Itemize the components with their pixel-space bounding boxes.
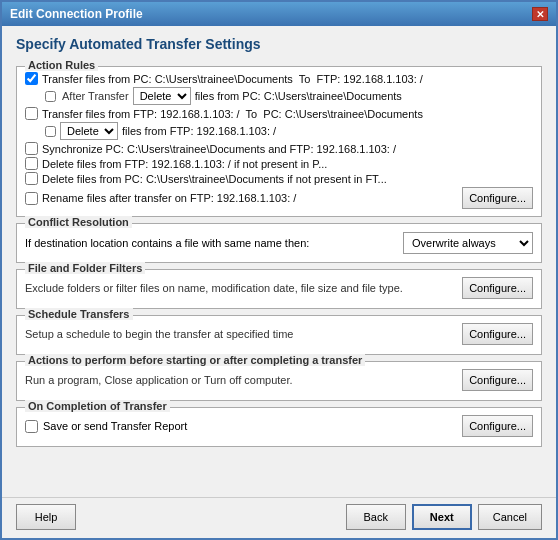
rule1-after-checkbox[interactable]: [45, 91, 56, 102]
schedule-transfers-desc: Setup a schedule to begin the transfer a…: [25, 325, 293, 343]
window: Edit Connection Profile ✕ Specify Automa…: [0, 0, 558, 540]
title-bar: Edit Connection Profile ✕: [2, 2, 556, 26]
actions-before-after-row: Run a program, Close application or Turn…: [25, 366, 533, 394]
rule-row-6: Rename files after transfer on FTP: 192.…: [25, 186, 533, 210]
footer-right: Back Next Cancel: [346, 504, 542, 530]
back-button[interactable]: Back: [346, 504, 406, 530]
rule3-checkbox[interactable]: [25, 142, 38, 155]
on-completion-configure-button[interactable]: Configure...: [462, 415, 533, 437]
actions-before-after-desc: Run a program, Close application or Turn…: [25, 371, 293, 389]
help-button[interactable]: Help: [16, 504, 76, 530]
next-button[interactable]: Next: [412, 504, 472, 530]
on-completion-label: On Completion of Transfer: [25, 400, 170, 412]
conflict-row: If destination location contains a file …: [25, 228, 533, 256]
rule6-configure-button[interactable]: Configure...: [462, 187, 533, 209]
conflict-text: If destination location contains a file …: [25, 237, 395, 249]
rule-row-5: Delete files from PC: C:\Users\trainee\D…: [25, 171, 533, 186]
rule1-after-dropdown[interactable]: Delete: [133, 87, 191, 105]
footer: Help Back Next Cancel: [2, 497, 556, 538]
file-folder-filters-row: Exclude folders or filter files on name,…: [25, 274, 533, 302]
on-completion-section: On Completion of Transfer Save or send T…: [16, 407, 542, 447]
rule-row-3: Synchronize PC: C:\Users\trainee\Documen…: [25, 141, 533, 156]
schedule-transfers-row: Setup a schedule to begin the transfer a…: [25, 320, 533, 348]
conflict-resolution-section: Conflict Resolution If destination locat…: [16, 223, 542, 263]
rule2-after-text: files from FTP: 192.168.1.103: /: [122, 125, 533, 137]
rule4-checkbox[interactable]: [25, 157, 38, 170]
rule2-after-row: Delete files from FTP: 192.168.1.103: /: [25, 121, 533, 141]
action-rules-section: Action Rules Transfer files from PC: C:\…: [16, 66, 542, 217]
actions-before-after-section: Actions to perform before starting or af…: [16, 361, 542, 401]
on-completion-checkbox[interactable]: [25, 420, 38, 433]
conflict-dropdown[interactable]: Overwrite always Skip Ask Rename: [403, 232, 533, 254]
footer-left: Help: [16, 504, 76, 530]
rule2-checkbox[interactable]: [25, 107, 38, 120]
actions-before-after-label: Actions to perform before starting or af…: [25, 354, 365, 366]
on-completion-checkbox-label: Save or send Transfer Report: [43, 420, 187, 432]
rule1-after-row: After Transfer Delete files from PC: C:\…: [25, 86, 533, 106]
content-area: Specify Automated Transfer Settings Acti…: [2, 26, 556, 497]
file-folder-filters-desc: Exclude folders or filter files on name,…: [25, 279, 403, 297]
file-folder-configure-button[interactable]: Configure...: [462, 277, 533, 299]
window-title: Edit Connection Profile: [10, 7, 143, 21]
rule2-text: Transfer files from FTP: 192.168.1.103: …: [42, 108, 533, 120]
page-title: Specify Automated Transfer Settings: [16, 36, 542, 52]
rule5-text: Delete files from PC: C:\Users\trainee\D…: [42, 173, 533, 185]
cancel-button[interactable]: Cancel: [478, 504, 542, 530]
on-completion-row: Save or send Transfer Report Configure..…: [25, 412, 533, 440]
rule-row-4: Delete files from FTP: 192.168.1.103: / …: [25, 156, 533, 171]
conflict-resolution-label: Conflict Resolution: [25, 216, 132, 228]
rule-row-1: Transfer files from PC: C:\Users\trainee…: [25, 71, 533, 86]
rule6-text: Rename files after transfer on FTP: 192.…: [42, 192, 458, 204]
actions-configure-button[interactable]: Configure...: [462, 369, 533, 391]
rule1-checkbox[interactable]: [25, 72, 38, 85]
file-folder-filters-label: File and Folder Filters: [25, 262, 145, 274]
on-completion-checkbox-row: Save or send Transfer Report: [25, 417, 187, 436]
rule2-after-checkbox[interactable]: [45, 126, 56, 137]
schedule-configure-button[interactable]: Configure...: [462, 323, 533, 345]
rule3-text: Synchronize PC: C:\Users\trainee\Documen…: [42, 143, 533, 155]
file-folder-filters-section: File and Folder Filters Exclude folders …: [16, 269, 542, 309]
rule1-after-text: files from PC: C:\Users\trainee\Document…: [195, 90, 533, 102]
rule-row-2: Transfer files from FTP: 192.168.1.103: …: [25, 106, 533, 121]
rule1-after-label: After Transfer: [62, 90, 129, 102]
schedule-transfers-label: Schedule Transfers: [25, 308, 133, 320]
rule6-checkbox[interactable]: [25, 192, 38, 205]
close-button[interactable]: ✕: [532, 7, 548, 21]
schedule-transfers-section: Schedule Transfers Setup a schedule to b…: [16, 315, 542, 355]
action-rules-label: Action Rules: [25, 59, 98, 71]
rule4-text: Delete files from FTP: 192.168.1.103: / …: [42, 158, 533, 170]
rule2-after-dropdown[interactable]: Delete: [60, 122, 118, 140]
rule1-text: Transfer files from PC: C:\Users\trainee…: [42, 73, 533, 85]
rule5-checkbox[interactable]: [25, 172, 38, 185]
